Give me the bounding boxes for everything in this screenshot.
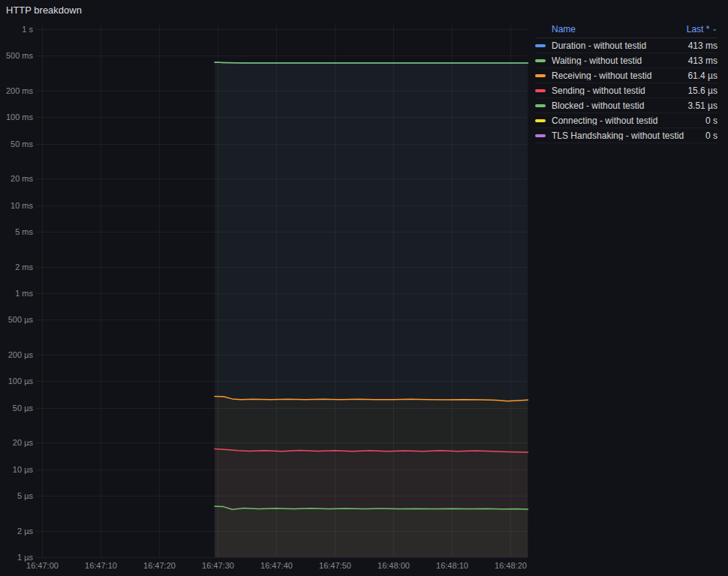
y-axis-label: 20 µs [13,438,34,447]
series-last-value: 413 ms [688,56,717,65]
series-last-value: 0 s [705,131,717,140]
series-label: Connecting - without testid [552,116,699,125]
series-label: Receiving - without testid [552,71,681,80]
y-axis-label: 2 µs [17,526,34,536]
series-last-value: 3.51 µs [687,101,717,110]
y-axis-label: 5 ms [15,227,33,236]
y-axis-label: 2 ms [15,262,33,272]
y-axis-label: 10 ms [11,201,33,210]
series-fill [215,506,528,557]
y-axis-label: 50 ms [11,140,33,148]
y-axis-label: 200 ms [6,86,34,95]
series-color-swatch [535,104,546,107]
http-breakdown-panel: 1 s500 ms200 ms100 ms50 ms20 ms10 ms5 ms… [0,0,728,576]
x-axis-label: 16:47:50 [319,561,351,570]
series-label: Duration - without testid [552,41,682,50]
legend-row-blocked[interactable]: Blocked - without testid 3.51 µs [535,98,717,113]
series-last-value: 61.4 µs [687,71,717,80]
y-axis-label: 500 ms [6,51,34,60]
legend-row-receiving[interactable]: Receiving - without testid 61.4 µs [535,68,717,83]
series-line [215,62,528,63]
legend-header: Name Last * ⌄ [535,25,717,38]
legend-column-name[interactable]: Name [552,25,576,34]
x-axis-label: 16:47:40 [260,561,293,570]
x-axis-label: 16:48:10 [436,561,468,570]
panel-title[interactable]: HTTP breakdown [6,4,82,16]
x-axis-label: 16:47:20 [143,561,176,570]
y-axis-label: 50 µs [13,404,34,412]
legend-row-sending[interactable]: Sending - without testid 15.6 µs [535,83,717,98]
series-color-swatch [535,134,546,137]
series-color-swatch [535,89,546,92]
y-axis-label: 5 µs [17,491,34,500]
series-last-value: 0 s [705,116,717,125]
series-group [215,62,528,557]
series-last-value: 413 ms [688,41,717,50]
legend-last-label: Last * [687,25,710,34]
y-axis-label: 10 µs [13,465,34,474]
series-color-swatch [535,74,546,77]
series-label: Waiting - without testid [552,56,682,65]
legend-table: Name Last * ⌄ Duration - without testid … [535,25,717,143]
x-axis-label: 16:48:20 [495,561,527,570]
y-axis-label: 1 s [22,25,33,34]
legend-column-last[interactable]: Last * ⌄ [687,25,717,34]
series-color-swatch [535,119,546,122]
series-label: Sending - without testid [552,86,681,95]
x-axis-label: 16:47:00 [26,561,59,570]
legend-row-connecting[interactable]: Connecting - without testid 0 s [535,113,717,128]
sort-desc-icon: ⌄ [711,26,717,32]
y-axis-label: 1 ms [15,289,33,298]
series-label: Blocked - without testid [552,101,681,110]
y-axis-label: 20 ms [11,174,33,183]
y-axis-label: 100 ms [6,112,34,122]
x-axis-label: 16:48:00 [378,561,410,570]
legend-row-waiting[interactable]: Waiting - without testid 413 ms [535,53,717,68]
series-color-swatch [535,44,546,47]
series-last-value: 15.6 µs [687,86,717,95]
series-color-swatch [535,59,546,62]
x-axis-label: 16:47:10 [85,561,117,570]
series-label: TLS Handshaking - without testid [552,131,699,140]
y-axis-label: 200 µs [8,350,34,359]
y-axis-label: 100 µs [8,376,34,386]
y-axis-label: 500 µs [8,315,34,324]
x-axis-label: 16:47:30 [202,561,234,570]
legend-row-tls-handshaking[interactable]: TLS Handshaking - without testid 0 s [535,128,717,143]
legend-row-duration[interactable]: Duration - without testid 413 ms [535,38,717,53]
